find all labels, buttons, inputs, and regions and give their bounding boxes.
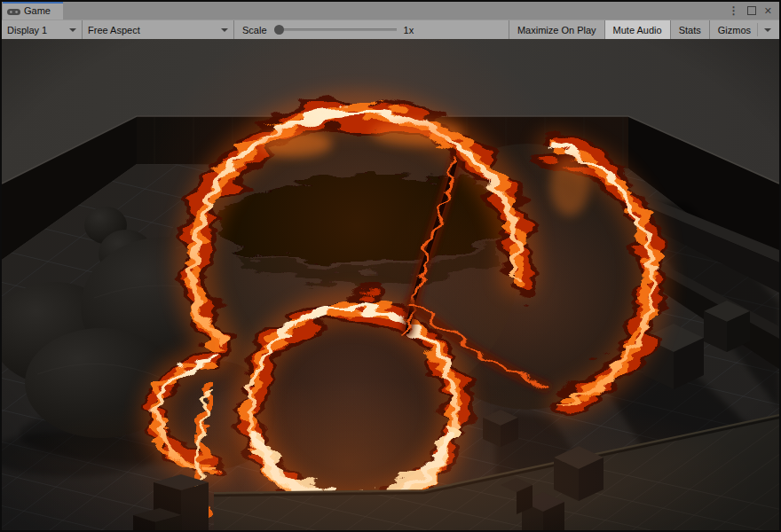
scene-root bbox=[2, 39, 779, 530]
toolbar-buttons: Maximize On Play Mute Audio Stats Gizmos bbox=[509, 20, 779, 39]
stats-button[interactable]: Stats bbox=[670, 20, 709, 39]
display-dropdown[interactable]: Display 1 bbox=[2, 20, 83, 39]
tab-bar: Game ⋮ ✕ bbox=[2, 2, 779, 20]
panel-menu-icon[interactable]: ⋮ bbox=[729, 5, 739, 16]
scale-slider-knob[interactable] bbox=[274, 25, 284, 35]
gizmos-label: Gizmos bbox=[718, 25, 751, 35]
scale-label: Scale bbox=[242, 25, 267, 35]
gamepad-icon bbox=[7, 8, 20, 16]
tab-game[interactable]: Game bbox=[3, 2, 63, 20]
window-controls: ⋮ ✕ bbox=[729, 2, 779, 20]
mute-audio-label: Mute Audio bbox=[613, 25, 662, 35]
aspect-dropdown[interactable]: Free Aspect bbox=[83, 20, 234, 39]
close-icon[interactable]: ✕ bbox=[764, 6, 772, 16]
game-view-toolbar: Display 1 Free Aspect Scale 1x Maximize … bbox=[2, 20, 779, 39]
scale-slider-track[interactable] bbox=[274, 28, 397, 31]
game-viewport[interactable] bbox=[2, 39, 779, 530]
vignette bbox=[2, 39, 779, 530]
gizmos-button[interactable]: Gizmos bbox=[709, 20, 779, 39]
scale-control: Scale 1x bbox=[234, 20, 422, 39]
aspect-dropdown-value: Free Aspect bbox=[88, 25, 140, 35]
gizmos-divider bbox=[757, 23, 758, 36]
display-dropdown-value: Display 1 bbox=[7, 25, 47, 35]
toolbar-spacer bbox=[422, 20, 509, 39]
maximize-on-play-button[interactable]: Maximize On Play bbox=[509, 20, 604, 39]
tab-label: Game bbox=[24, 5, 51, 16]
chevron-down-icon bbox=[221, 28, 228, 32]
maximize-on-play-label: Maximize On Play bbox=[517, 25, 596, 35]
scale-slider[interactable] bbox=[274, 25, 397, 35]
scale-value: 1x bbox=[404, 25, 414, 35]
mute-audio-button[interactable]: Mute Audio bbox=[604, 20, 670, 39]
stats-label: Stats bbox=[679, 25, 701, 35]
maximize-icon[interactable] bbox=[747, 6, 756, 15]
chevron-down-icon bbox=[69, 28, 76, 32]
chevron-down-icon[interactable] bbox=[764, 28, 771, 32]
game-view-window: Game ⋮ ✕ Display 1 Free Aspect Scale 1x bbox=[0, 0, 781, 532]
